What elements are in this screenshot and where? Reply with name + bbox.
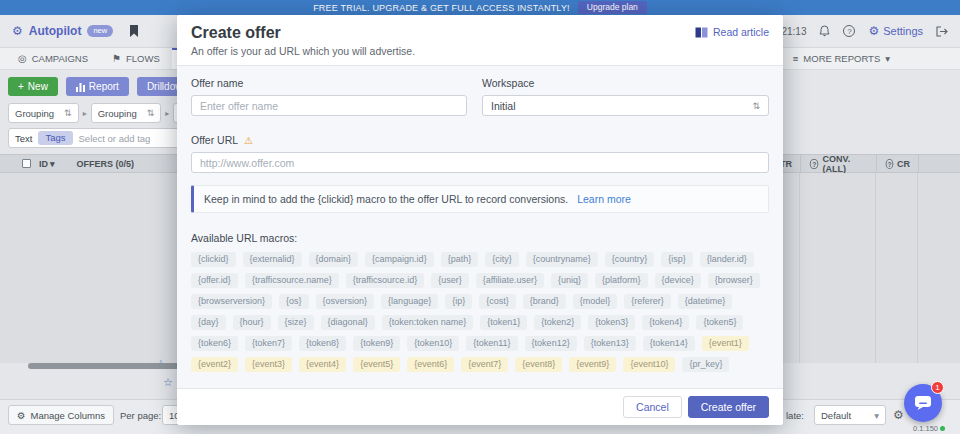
macro-chip[interactable]: {token7} — [245, 336, 292, 351]
macro-chip[interactable]: {token6} — [191, 336, 238, 351]
filter-tags-tab[interactable]: Tags — [38, 131, 72, 145]
macro-chip[interactable]: {user} — [431, 273, 469, 288]
macro-chip[interactable]: {countryname} — [526, 252, 598, 267]
workspace-select[interactable]: Initial ⇅ — [482, 95, 769, 116]
promo-banner-text: FREE TRIAL. UPGRADE & GET FULL ACCESS IN… — [313, 3, 570, 13]
macro-chip[interactable]: {path} — [441, 252, 479, 267]
macro-chip[interactable]: {externalid} — [243, 252, 302, 267]
macro-chip[interactable]: {city} — [485, 252, 519, 267]
new-button[interactable]: + New — [8, 77, 58, 96]
macro-chip[interactable]: {uniq} — [551, 273, 588, 288]
macro-chip[interactable]: {ip} — [445, 294, 472, 309]
macro-chip[interactable]: {domain} — [309, 252, 359, 267]
offer-name-input[interactable] — [191, 95, 467, 116]
macro-chip[interactable]: {event7} — [461, 357, 508, 372]
grouping-select-1[interactable]: Grouping⇅ — [8, 103, 79, 123]
template-gear-icon[interactable]: ⚙ — [893, 408, 904, 422]
macro-chip[interactable]: {hour} — [233, 315, 271, 330]
modal-subtitle: An offer is your ad URL which you will a… — [191, 45, 415, 57]
id-column-header[interactable]: ID ▾ — [39, 159, 55, 169]
nav-tab-campaigns[interactable]: ◎CAMPAIGNS — [6, 48, 100, 69]
macro-chip[interactable]: {event6} — [407, 357, 454, 372]
macro-chip[interactable]: {event5} — [353, 357, 400, 372]
template-select[interactable]: Default ▾ — [814, 405, 886, 425]
macro-chip[interactable]: {token8} — [299, 336, 346, 351]
macro-chip[interactable]: {token2} — [534, 315, 581, 330]
macro-chip[interactable]: {affiliate.user} — [476, 273, 544, 288]
macro-chip[interactable]: {trafficsource.name} — [245, 273, 339, 288]
learn-more-link[interactable]: Learn more — [577, 193, 631, 205]
settings-button[interactable]: ⚙ Settings — [868, 24, 923, 38]
macro-chip[interactable]: {model} — [573, 294, 618, 309]
help-icon[interactable]: ? — [843, 25, 855, 37]
macro-chip[interactable]: {offer.id} — [191, 273, 238, 288]
macro-chip[interactable]: {campaign.id} — [365, 252, 434, 267]
grouping-select-2[interactable]: Grouping⇅ — [91, 103, 162, 123]
version-label: 0.1.150 — [913, 424, 938, 433]
macro-chip[interactable]: {pr_key} — [682, 357, 729, 372]
macro-chip[interactable]: {event8} — [515, 357, 562, 372]
more-reports-button[interactable]: ≡ MORE REPORTS ▾ — [793, 48, 960, 69]
macro-chip[interactable]: {isp} — [661, 252, 693, 267]
brand[interactable]: ⚙ Autopilot new — [12, 24, 139, 38]
manage-columns-label: Manage Columns — [31, 410, 105, 421]
macro-chip[interactable]: {os} — [279, 294, 309, 309]
bookmark-icon[interactable] — [129, 25, 139, 37]
macro-chip[interactable]: {size} — [278, 315, 314, 330]
select-all-checkbox[interactable] — [22, 159, 31, 168]
macro-chip[interactable]: {token3} — [588, 315, 635, 330]
bell-icon[interactable] — [819, 25, 830, 37]
macro-chip[interactable]: {token1} — [480, 315, 527, 330]
macro-chip[interactable]: {device} — [655, 273, 701, 288]
macro-chip[interactable]: {event4} — [299, 357, 346, 372]
macro-chip[interactable]: {trafficsource.id} — [346, 273, 424, 288]
macro-chip[interactable]: {token5} — [696, 315, 743, 330]
read-article-link[interactable]: Read article — [695, 26, 769, 38]
macro-chip[interactable]: {diagonal} — [321, 315, 375, 330]
macro-chip[interactable]: {country} — [605, 252, 655, 267]
manage-columns-button[interactable]: ⚙ Manage Columns — [8, 405, 114, 425]
book-icon — [695, 27, 708, 38]
macro-chip[interactable]: {token:token name} — [382, 315, 474, 330]
cancel-button[interactable]: Cancel — [623, 396, 682, 418]
macro-chip[interactable]: {token10} — [407, 336, 459, 351]
macro-chip[interactable]: {browser} — [708, 273, 760, 288]
macro-chip[interactable]: {brand} — [523, 294, 566, 309]
nav-tab-flows[interactable]: ⚑FLOWS — [100, 48, 172, 69]
macro-chip[interactable]: {event2} — [191, 357, 238, 372]
macro-chip[interactable]: {event10} — [623, 357, 675, 372]
upgrade-plan-button[interactable]: Upgrade plan — [578, 1, 647, 14]
macro-chip[interactable]: {osversion} — [316, 294, 375, 309]
macro-chip[interactable]: {day} — [191, 315, 226, 330]
macro-chip[interactable]: {token12} — [525, 336, 577, 351]
macro-chip[interactable]: {lander.id} — [700, 252, 754, 267]
offer-url-input[interactable] — [191, 152, 769, 173]
macro-chip[interactable]: {clickid} — [191, 252, 236, 267]
report-button-label: Report — [89, 81, 119, 92]
cr-column-header[interactable]: ? CR — [876, 155, 918, 172]
macro-chip[interactable]: {language} — [381, 294, 438, 309]
macro-chip[interactable]: {event3} — [245, 357, 292, 372]
macro-chip[interactable]: {referer} — [624, 294, 671, 309]
macro-chip[interactable]: {cost} — [479, 294, 516, 309]
conv-column-header[interactable]: ? CONV. (ALL) — [800, 155, 876, 172]
report-button[interactable]: Report — [66, 77, 129, 96]
macro-chip[interactable]: {token11} — [466, 336, 517, 351]
macro-chip[interactable]: {token13} — [584, 336, 636, 351]
macro-chip[interactable]: {token9} — [353, 336, 400, 351]
macro-chip[interactable]: {datetime} — [678, 294, 733, 309]
filter-text-tab[interactable]: Text — [15, 133, 32, 144]
macro-chip[interactable]: {token4} — [642, 315, 689, 330]
id-header-label: ID — [39, 159, 48, 169]
conv-help-icon: ? — [810, 158, 819, 168]
macro-chip[interactable]: {browserversion} — [191, 294, 272, 309]
macro-chip[interactable]: {platform} — [595, 273, 648, 288]
macro-chip[interactable]: {event1} — [702, 336, 749, 351]
macro-chip[interactable]: {event9} — [569, 357, 616, 372]
create-offer-button[interactable]: Create offer — [688, 396, 769, 418]
chat-unread-badge: 1 — [931, 381, 944, 394]
macro-chip[interactable]: {token14} — [643, 336, 695, 351]
chat-widget-button[interactable]: 1 — [904, 384, 942, 422]
filter-tag-input[interactable]: Select or add tag — [79, 133, 151, 144]
logout-icon[interactable] — [936, 26, 948, 37]
